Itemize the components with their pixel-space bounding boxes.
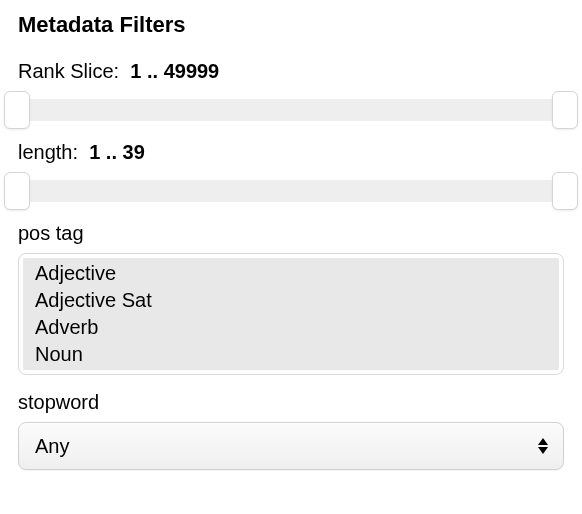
length-handle-min[interactable] xyxy=(4,172,30,210)
rank-slice-label-text: Rank Slice xyxy=(18,60,114,82)
length-range: 1 .. 39 xyxy=(89,141,145,163)
slider-track xyxy=(18,99,564,121)
length-field: length: 1 .. 39 xyxy=(18,141,564,206)
svg-marker-1 xyxy=(538,447,548,454)
length-label: length: 1 .. 39 xyxy=(18,141,564,164)
pos-tag-option[interactable]: Adjective xyxy=(23,260,559,287)
pos-tag-option[interactable]: Adjective Sat xyxy=(23,287,559,314)
pos-tag-option[interactable]: Adverb xyxy=(23,314,559,341)
pos-tag-label: pos tag xyxy=(18,222,564,245)
stopword-label: stopword xyxy=(18,391,564,414)
pos-tag-field: pos tag Adjective Adjective Sat Adverb N… xyxy=(18,222,564,375)
rank-slice-range: 1 .. 49999 xyxy=(130,60,219,82)
pos-tag-option[interactable]: Noun xyxy=(23,341,559,368)
section-title: Metadata Filters xyxy=(18,12,564,38)
length-label-text: length xyxy=(18,141,73,163)
stopword-selected-value: Any xyxy=(35,435,69,458)
rank-slice-field: Rank Slice: 1 .. 49999 xyxy=(18,60,564,125)
rank-slice-handle-max[interactable] xyxy=(552,91,578,129)
rank-slice-label: Rank Slice: 1 .. 49999 xyxy=(18,60,564,83)
pos-tag-listbox[interactable]: Adjective Adjective Sat Adverb Noun xyxy=(18,253,564,375)
rank-slice-handle-min[interactable] xyxy=(4,91,30,129)
updown-icon xyxy=(537,438,549,454)
length-handle-max[interactable] xyxy=(552,172,578,210)
stopword-select[interactable]: Any xyxy=(18,422,564,470)
svg-marker-0 xyxy=(538,438,548,445)
length-slider[interactable] xyxy=(18,172,564,206)
rank-slice-slider[interactable] xyxy=(18,91,564,125)
slider-track xyxy=(18,180,564,202)
stopword-field: stopword Any xyxy=(18,391,564,470)
pos-tag-listbox-inner: Adjective Adjective Sat Adverb Noun xyxy=(23,258,559,370)
